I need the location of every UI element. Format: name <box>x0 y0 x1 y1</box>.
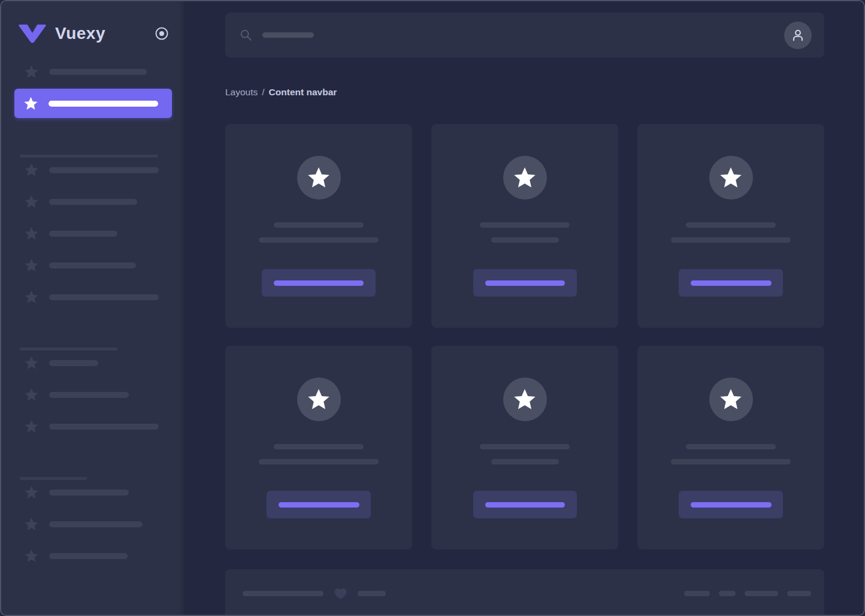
button-label-bar <box>279 502 359 508</box>
card <box>637 346 824 549</box>
button-label-bar <box>691 502 772 508</box>
sidebar-item[interactable] <box>24 65 186 79</box>
menu-label-bar <box>49 199 137 205</box>
menu-label-bar <box>49 521 143 527</box>
star-icon <box>719 388 743 411</box>
star-icon <box>24 356 39 370</box>
sidebar-item[interactable] <box>24 195 186 209</box>
menu-label-bar <box>49 101 158 107</box>
footer-right <box>684 588 811 599</box>
card-subtitle-bar <box>491 459 559 464</box>
card-subtitle-bar <box>671 237 791 243</box>
footer-credit-bar <box>358 591 386 596</box>
breadcrumb-current: Content navbar <box>269 87 337 97</box>
star-icon <box>24 419 39 434</box>
card-star-avatar <box>503 156 547 200</box>
star-icon <box>24 549 39 563</box>
card-title-bar <box>686 444 776 449</box>
card-star-avatar <box>709 156 753 200</box>
card <box>225 124 412 328</box>
brand-name: Vuexy <box>55 24 155 43</box>
heart-icon <box>333 587 348 600</box>
card-grid <box>225 124 824 549</box>
footer-link-bar <box>745 591 778 596</box>
card-title-bar <box>480 444 570 449</box>
star-icon <box>24 258 39 273</box>
star-icon <box>23 96 38 111</box>
footer-copyright-bar <box>243 591 323 596</box>
vuexy-logo-icon <box>18 24 47 43</box>
content-area: Layouts/Content navbar <box>186 0 865 616</box>
sidebar-item[interactable] <box>24 517 186 532</box>
sidebar-section-header <box>20 149 186 152</box>
star-icon <box>307 167 331 189</box>
user-avatar[interactable] <box>784 22 812 49</box>
top-navbar <box>225 13 824 58</box>
sidebar-item[interactable] <box>24 163 186 177</box>
search-icon <box>240 29 253 42</box>
sidebar: Vuexy <box>0 0 186 616</box>
menu-label-bar <box>49 167 159 173</box>
star-icon <box>24 517 39 532</box>
card <box>431 346 618 549</box>
card-star-avatar <box>709 378 753 421</box>
card-button[interactable] <box>679 491 783 518</box>
card-button[interactable] <box>473 491 577 518</box>
star-icon <box>24 163 39 177</box>
section-header-bar <box>20 155 158 158</box>
sidebar-item[interactable] <box>24 258 186 273</box>
card-button[interactable] <box>473 269 577 297</box>
menu-label-bar <box>49 392 129 398</box>
sidebar-item[interactable] <box>24 227 186 241</box>
card-button[interactable] <box>262 269 376 297</box>
sidebar-item[interactable] <box>24 485 186 500</box>
star-icon <box>513 388 537 411</box>
menu-label-bar <box>49 231 117 237</box>
menu-label-bar <box>49 553 128 559</box>
search-box[interactable] <box>240 13 784 58</box>
star-icon <box>24 388 39 402</box>
card <box>431 124 618 328</box>
footer-left <box>243 588 386 599</box>
sidebar-item[interactable] <box>24 356 186 370</box>
pin-toggle-icon[interactable] <box>155 26 169 41</box>
card-subtitle-bar <box>259 459 379 464</box>
sidebar-item-active[interactable] <box>14 89 172 118</box>
sidebar-item[interactable] <box>24 419 186 434</box>
card-button[interactable] <box>267 491 371 518</box>
footer-link-bar <box>684 591 710 596</box>
menu-label-bar <box>49 69 147 75</box>
button-label-bar <box>485 280 565 286</box>
sidebar-item[interactable] <box>24 290 186 304</box>
card-title-bar <box>274 222 364 228</box>
button-label-bar <box>691 280 772 286</box>
app-root: Vuexy Layou <box>0 0 865 616</box>
breadcrumb: Layouts/Content navbar <box>225 86 824 98</box>
card-subtitle-bar <box>491 237 559 243</box>
card-button[interactable] <box>679 269 783 297</box>
card-title-bar <box>480 222 570 228</box>
star-icon <box>24 195 39 209</box>
card-subtitle-bar <box>671 459 791 464</box>
sidebar-item[interactable] <box>24 549 186 563</box>
menu-label-bar <box>49 294 159 300</box>
footer <box>225 569 824 616</box>
star-icon <box>24 290 39 304</box>
star-icon <box>24 227 39 241</box>
menu-label-bar <box>49 424 159 430</box>
card-title-bar <box>274 444 364 449</box>
card-title-bar <box>686 222 776 228</box>
star-icon <box>24 485 39 500</box>
breadcrumb-link-layouts[interactable]: Layouts <box>225 87 258 97</box>
search-placeholder-bar <box>262 32 314 38</box>
person-icon <box>790 28 806 43</box>
sidebar-item[interactable] <box>24 388 186 402</box>
card-star-avatar <box>297 378 341 421</box>
button-label-bar <box>485 502 565 508</box>
menu-label-bar <box>49 360 98 366</box>
card-star-avatar <box>503 378 547 421</box>
star-icon <box>24 65 39 79</box>
breadcrumb-separator: / <box>262 87 264 97</box>
sidebar-section-header <box>20 342 186 345</box>
footer-link-bar <box>787 591 811 596</box>
